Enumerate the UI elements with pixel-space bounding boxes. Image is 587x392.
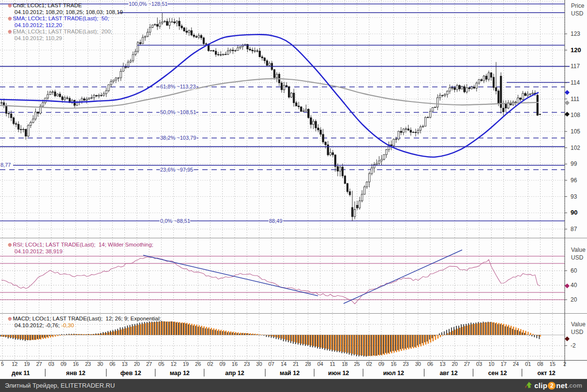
week-tick-label: 03 bbox=[48, 361, 54, 367]
indicator-icon: ⊕ bbox=[8, 3, 12, 8]
week-tick-label: 06 bbox=[427, 361, 433, 367]
week-tick-label: 18 bbox=[342, 361, 347, 367]
month-label: авг 12 bbox=[439, 370, 457, 377]
price-annotation: 88,49 bbox=[269, 218, 283, 224]
week-tick-label: 2 bbox=[563, 361, 566, 367]
week-tick-label: 23 bbox=[403, 361, 408, 367]
fib-label: 61,8% ~113,23 bbox=[160, 84, 196, 89]
week-tick-label: 28 bbox=[305, 361, 311, 367]
indicator-icon: ⊕ bbox=[8, 243, 12, 247]
ema-legend-value: 04.10.2012; 110,29 bbox=[15, 35, 62, 42]
macd-tick-label: -2 bbox=[571, 342, 576, 349]
price-tick-label: 111 bbox=[571, 96, 580, 102]
price-annotation: 8,77 bbox=[0, 162, 11, 168]
week-tick-label: 13 bbox=[439, 361, 445, 367]
week-tick-label: 08 bbox=[537, 361, 543, 367]
week-tick-label: 23 bbox=[85, 361, 91, 367]
price-tick-label: 120 bbox=[571, 46, 581, 54]
macd-axis-title: Value bbox=[571, 321, 586, 328]
indicator-icon: ⊕ bbox=[8, 317, 12, 321]
week-tick-label: 10 bbox=[488, 361, 494, 367]
fib-label: 100,0% ~128,51 bbox=[129, 1, 167, 7]
month-label: окт 12 bbox=[537, 370, 555, 377]
week-tick-label: 03 bbox=[476, 361, 482, 367]
arrow-up-icon bbox=[524, 381, 532, 390]
month-label: апр 12 bbox=[225, 370, 244, 377]
week-tick-label: 27 bbox=[36, 361, 42, 367]
month-label: май 12 bbox=[280, 370, 300, 377]
price-tick-label: 102 bbox=[571, 145, 580, 151]
week-tick-label: 09 bbox=[220, 361, 226, 367]
fib-label: 0,0% ~88,51 bbox=[160, 218, 190, 224]
price-axis-title: Price bbox=[571, 2, 585, 9]
rsi-tick-label: 40 bbox=[571, 282, 577, 289]
week-tick-label: 12 bbox=[12, 361, 17, 367]
status-bar: Элитный Трейдер, ELITETRADER.RU clip 2 n… bbox=[0, 379, 587, 392]
logo-text-com: .com bbox=[568, 382, 582, 389]
price-tick-label: 93 bbox=[571, 193, 577, 200]
indicator-icon: ⊕ bbox=[8, 16, 12, 21]
week-tick-label: 04 bbox=[317, 361, 323, 367]
rsi-axis-title: Value bbox=[571, 247, 586, 253]
week-tick-label: 02 bbox=[366, 361, 372, 367]
week-tick-label: 06 bbox=[109, 361, 115, 367]
macd-legend: ⊕MACD; LCOc1; LAST TRADE(Last); 12; 26; … bbox=[8, 316, 161, 329]
week-tick-label: 30 bbox=[97, 361, 103, 367]
week-tick-label: 01 bbox=[525, 361, 531, 367]
week-tick-label: 07 bbox=[269, 361, 274, 367]
price-tick-label: 123 bbox=[571, 30, 580, 37]
week-tick-label: 02 bbox=[207, 361, 213, 367]
macd-signal-legend-value: -0,30 bbox=[61, 322, 74, 329]
price-tick-label: 96 bbox=[571, 177, 577, 184]
week-tick-label: 05 bbox=[158, 361, 164, 367]
month-label: фев 12 bbox=[120, 370, 141, 377]
trading-chart-window: 100,0% ~128,5161,8% ~113,2350,0% ~108,51… bbox=[0, 0, 587, 392]
week-tick-label: 27 bbox=[146, 361, 152, 367]
week-tick-label: 24 bbox=[513, 361, 519, 367]
week-tick-label: 20 bbox=[134, 361, 140, 367]
svg-text:USD: USD bbox=[571, 10, 584, 17]
rsi-tick-label: 20 bbox=[571, 296, 577, 303]
week-tick-label: 09 bbox=[60, 361, 66, 367]
price-tick-label: 105 bbox=[571, 128, 580, 135]
week-tick-label: 16 bbox=[391, 361, 396, 367]
week-tick-label: 27 bbox=[464, 361, 470, 367]
week-tick-label: 19 bbox=[183, 361, 189, 367]
week-tick-label: 11 bbox=[330, 361, 335, 367]
week-tick-label: 30 bbox=[415, 361, 421, 367]
week-tick-label: 26 bbox=[195, 361, 201, 367]
clip2net-logo[interactable]: clip 2 net .com bbox=[524, 381, 582, 390]
month-label: июл 12 bbox=[383, 370, 404, 377]
week-tick-label: 23 bbox=[244, 361, 250, 367]
price-tick-label: 87 bbox=[571, 226, 577, 232]
svg-text:USD: USD bbox=[571, 329, 584, 335]
candle-legend-title: Cndl; LCOc1; LAST TRADE bbox=[13, 2, 82, 9]
week-tick-label: 21 bbox=[293, 361, 299, 367]
fib-label: 23,6% ~97,95 bbox=[160, 167, 193, 173]
month-label: сен 12 bbox=[488, 370, 507, 377]
rsi-legend-value: 04.10.2012; 38,919 bbox=[15, 248, 62, 255]
price-tick-label: 90 bbox=[571, 209, 577, 216]
week-tick-label: 30 bbox=[256, 361, 262, 367]
week-tick-label: 14 bbox=[281, 361, 286, 367]
sma-legend-value: 04.10.2012; 112,20 bbox=[15, 22, 62, 29]
week-tick-label: 20 bbox=[452, 361, 458, 367]
price-tick-label: 117 bbox=[571, 63, 580, 70]
month-label: мар 12 bbox=[170, 370, 190, 377]
week-tick-label: 12 bbox=[171, 361, 177, 367]
month-label: дек 11 bbox=[12, 370, 30, 377]
price-tick-label: 108 bbox=[571, 112, 580, 118]
week-tick-label: 16 bbox=[232, 361, 238, 367]
week-tick-label: 5 bbox=[1, 361, 4, 367]
sma-legend-title: SMA; LCOc1; LAST TRADE(Last); 50; bbox=[13, 15, 109, 22]
indicator-icon: ⊕ bbox=[8, 29, 12, 34]
price-tick-label: 114 bbox=[571, 79, 580, 86]
rsi-legend: ⊕RSI; LCOc1; LAST TRADE(Last); 14; Wilde… bbox=[8, 242, 153, 255]
svg-text:USD: USD bbox=[571, 254, 584, 261]
logo-badge-2: 2 bbox=[548, 382, 556, 390]
footer-credit: Элитный Трейдер, ELITETRADER.RU bbox=[5, 382, 115, 389]
week-tick-label: 13 bbox=[121, 361, 127, 367]
ema-legend-title: EMA; LCOc1; LAST TRADE(Last); 200; bbox=[13, 29, 112, 35]
fib-label: 38,2% ~103,79 bbox=[160, 135, 196, 141]
rsi-legend-title: RSI; LCOc1; LAST TRADE(Last); 14; Wilder… bbox=[13, 242, 153, 248]
